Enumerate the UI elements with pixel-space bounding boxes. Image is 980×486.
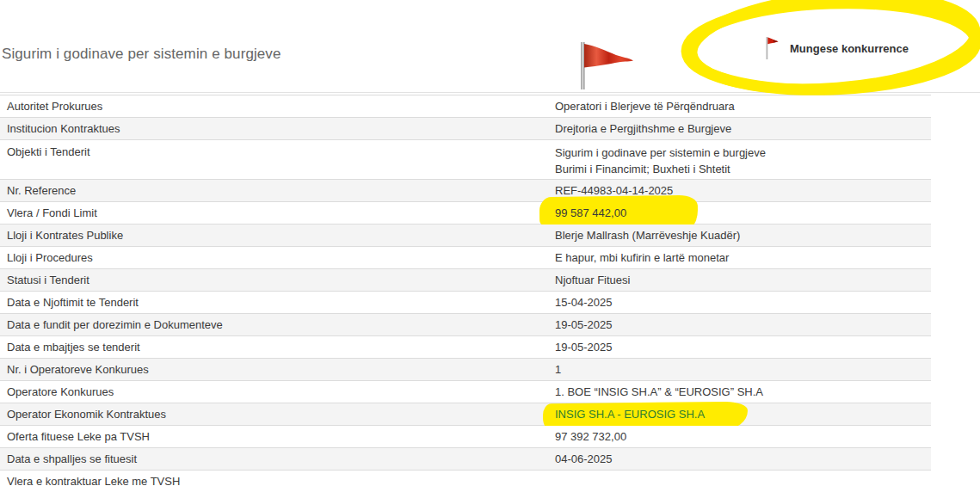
row-label: Data e mbajtjes se tenderit	[0, 340, 555, 355]
row-value: 19-05-2025	[555, 340, 931, 355]
row-label: Lloji i Procedures	[0, 250, 555, 266]
row-label: Autoritet Prokurues	[0, 99, 555, 114]
table-row: Oferta fituese Leke pa TVSH 97 392 732,0…	[0, 426, 931, 448]
row-value: Drejtoria e Pergjithshme e Burgjeve	[555, 121, 931, 137]
page-title: Sigurim i godinave per sistemin e burgje…	[2, 46, 281, 63]
table-row: Nr. Reference REF-44983-04-14-2025	[0, 180, 931, 202]
row-value: 97 392 732,00	[555, 429, 931, 445]
table-row: Data e fundit per dorezimin e Dokumentev…	[0, 314, 931, 336]
row-label: Nr. i Operatoreve Konkurues	[0, 362, 555, 378]
row-value: Njoftuar Fituesi	[555, 273, 931, 288]
table-row: Operator Ekonomik Kontraktues INSIG SH.A…	[0, 403, 931, 426]
row-label: Data e Njoftimit te Tenderit	[0, 295, 555, 311]
row-value: Blerje Mallrash (Marrëveshje Kuadër)	[555, 228, 931, 243]
table-row: Lloji i Kontrates Publike Blerje Mallras…	[0, 225, 931, 247]
row-value: E hapur, mbi kufirin e lartë monetar	[555, 250, 931, 266]
row-value: 15-04-2025	[555, 295, 931, 311]
row-value: Sigurim i godinave per sistemin e burgje…	[555, 140, 931, 177]
row-value: 1. BOE “INSIG SH.A” & “EUROSIG” SH.A	[555, 384, 931, 400]
row-label: Operatore Konkurues	[0, 384, 555, 400]
red-flag-icon	[576, 38, 637, 95]
tender-details-table: Autoritet Prokurues Operatori i Blerjeve…	[0, 95, 931, 486]
table-row: Institucion Kontraktues Drejtoria e Perg…	[0, 118, 931, 140]
page-header: Sigurim i godinave per sistemin e burgje…	[0, 0, 980, 93]
red-flag-icon	[765, 35, 780, 65]
table-row: Data e shpalljes se fituesit 04-06-2025	[0, 448, 931, 471]
row-label: Vlera / Fondi Limit	[0, 206, 555, 221]
row-label: Vlera e kontraktuar Leke me TVSH	[0, 474, 555, 486]
row-label: Data e fundit per dorezimin e Dokumentev…	[0, 317, 555, 333]
row-label: Data e shpalljes se fituesit	[0, 452, 555, 467]
table-row: Nr. i Operatoreve Konkurues 1	[0, 359, 931, 381]
row-value: 04-06-2025	[555, 452, 931, 467]
row-label: Oferta fituese Leke pa TVSH	[0, 429, 555, 445]
row-value: INSIG SH.A - EUROSIG SH.A	[555, 407, 931, 422]
row-value: Operatori i Blerjeve të Përqëndruara	[555, 99, 931, 114]
table-row: Vlera / Fondi Limit 99 587 442,00	[0, 202, 931, 225]
row-label: Operator Ekonomik Kontraktues	[0, 407, 555, 422]
row-label: Nr. Reference	[0, 183, 555, 199]
red-flag-badge: Mungese konkurrence	[765, 35, 909, 65]
row-label: Lloji i Kontrates Publike	[0, 228, 555, 243]
row-label: Objekti i Tenderit	[0, 140, 555, 160]
row-value-line: Sigurim i godinave per sistemin e burgje…	[555, 145, 931, 161]
row-label: Statusi i Tenderit	[0, 273, 555, 288]
row-label: Institucion Kontraktues	[0, 121, 555, 137]
table-row: Autoritet Prokurues Operatori i Blerjeve…	[0, 95, 931, 118]
table-row: Objekti i Tenderit Sigurim i godinave pe…	[0, 140, 931, 180]
row-value-line: Burimi i Financimit; Buxheti i Shtetit	[555, 161, 931, 177]
table-row: Lloji i Procedures E hapur, mbi kufirin …	[0, 247, 931, 269]
table-row: Statusi i Tenderit Njoftuar Fituesi	[0, 269, 931, 292]
table-row: Data e Njoftimit te Tenderit 15-04-2025	[0, 292, 931, 314]
table-row: Data e mbajtjes se tenderit 19-05-2025	[0, 336, 931, 359]
badge-label: Mungese konkurrence	[790, 42, 909, 55]
row-value: REF-44983-04-14-2025	[555, 183, 931, 199]
row-value: 19-05-2025	[555, 317, 931, 333]
table-row: Vlera e kontraktuar Leke me TVSH	[0, 471, 931, 486]
row-value: 99 587 442,00	[555, 206, 931, 221]
table-row: Operatore Konkurues 1. BOE “INSIG SH.A” …	[0, 381, 931, 403]
row-value: 1	[555, 362, 931, 378]
